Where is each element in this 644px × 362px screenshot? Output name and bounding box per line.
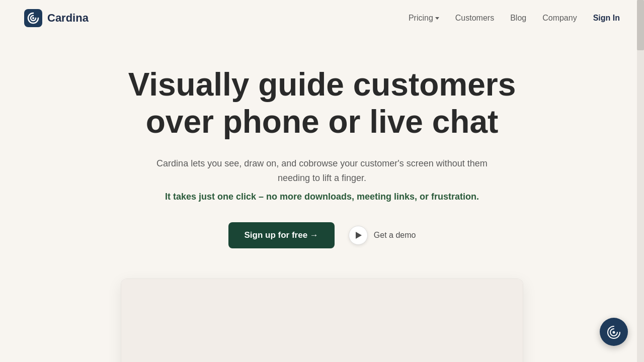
nav-customers[interactable]: Customers xyxy=(455,14,494,23)
signup-button[interactable]: Sign up for free → xyxy=(228,222,335,248)
hero-subtitle: Cardina lets you see, draw on, and cobro… xyxy=(146,156,498,186)
fab-button[interactable] xyxy=(600,318,628,346)
logo-icon xyxy=(24,9,42,27)
preview-inner xyxy=(121,279,523,362)
hero-title: Visually guide customers over phone or l… xyxy=(128,66,516,140)
svg-point-1 xyxy=(32,17,34,19)
nav-blog[interactable]: Blog xyxy=(510,14,526,23)
hero-cta: Sign up for free → Get a demo xyxy=(228,222,416,248)
product-preview xyxy=(121,279,523,362)
fab-icon xyxy=(606,324,621,339)
logo[interactable]: Cardina xyxy=(24,9,89,27)
nav-company[interactable]: Company xyxy=(542,14,577,23)
scrollbar-thumb[interactable] xyxy=(637,0,644,50)
nav-pricing[interactable]: Pricing xyxy=(409,14,439,23)
sign-in-link[interactable]: Sign In xyxy=(593,14,620,23)
nav-links: Pricing Customers Blog Company Sign In xyxy=(409,14,620,23)
play-icon xyxy=(356,232,362,239)
navbar: Cardina Pricing Customers Blog Company S… xyxy=(0,0,644,36)
chevron-down-icon xyxy=(435,17,439,20)
svg-point-2 xyxy=(613,331,615,334)
demo-label: Get a demo xyxy=(374,231,416,240)
hero-section: Visually guide customers over phone or l… xyxy=(0,36,644,362)
scrollbar-track[interactable] xyxy=(637,0,644,362)
brand-name: Cardina xyxy=(47,12,89,25)
demo-button[interactable]: Get a demo xyxy=(349,226,416,245)
hero-subtitle-bold: It takes just one click – no more downlo… xyxy=(165,190,479,204)
play-button-circle xyxy=(349,226,368,245)
